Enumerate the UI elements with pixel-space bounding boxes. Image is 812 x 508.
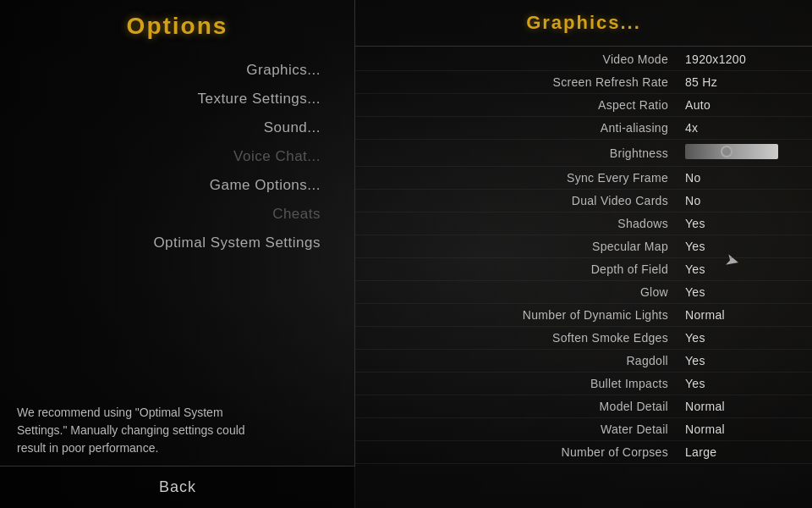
setting-row[interactable]: Video Mode1920x1200 <box>355 48 812 71</box>
left-panel: Options Graphics...Texture Settings...So… <box>0 0 355 508</box>
nav-item-graphics[interactable]: Graphics... <box>0 57 329 84</box>
settings-list: Video Mode1920x1200Screen Refresh Rate85… <box>355 47 812 508</box>
setting-row[interactable]: Model DetailNormal <box>355 395 812 418</box>
setting-label: Anti-aliasing <box>364 121 685 135</box>
nav-menu: Graphics...Texture Settings...Sound...Vo… <box>0 57 354 257</box>
setting-label: Ragdoll <box>364 354 685 367</box>
setting-label: Soften Smoke Edges <box>364 331 685 345</box>
setting-row[interactable]: Sync Every FrameNo <box>355 167 812 190</box>
nav-item-game[interactable]: Game Options... <box>0 172 329 199</box>
setting-value: Yes <box>685 285 795 299</box>
panel-title: Graphics... <box>355 0 812 47</box>
setting-row[interactable]: ShadowsYes <box>355 213 812 235</box>
setting-row[interactable]: Dual Video CardsNo <box>355 190 812 213</box>
setting-label: Bullet Impacts <box>364 377 685 390</box>
setting-label: Number of Corpses <box>364 445 685 459</box>
right-panel: Graphics... Video Mode1920x1200Screen Re… <box>355 0 812 508</box>
nav-item-cheats: Cheats <box>0 201 329 228</box>
setting-value <box>685 144 795 162</box>
setting-value: Normal <box>685 308 795 322</box>
setting-value: Yes <box>685 331 795 345</box>
setting-label: Number of Dynamic Lights <box>364 308 685 322</box>
setting-label: Water Detail <box>364 422 685 436</box>
setting-value: Auto <box>685 98 795 112</box>
setting-value: No <box>685 171 795 185</box>
nav-item-texture[interactable]: Texture Settings... <box>0 86 329 113</box>
setting-value: Yes <box>685 377 795 390</box>
setting-row[interactable]: RagdollYes <box>355 350 812 373</box>
options-title: Options <box>0 13 354 40</box>
setting-value: Yes <box>685 240 795 253</box>
setting-label: Brightness <box>364 146 685 160</box>
setting-value: 4x <box>685 121 795 135</box>
setting-row[interactable]: Depth of FieldYes <box>355 258 812 281</box>
setting-value: Normal <box>685 400 795 413</box>
setting-label: Specular Map <box>364 240 685 253</box>
setting-label: Screen Refresh Rate <box>364 75 685 89</box>
nav-item-optimal[interactable]: Optimal System Settings <box>0 229 329 257</box>
setting-row[interactable]: Anti-aliasing4x <box>355 117 812 140</box>
setting-row[interactable]: Number of Dynamic LightsNormal <box>355 304 812 327</box>
nav-item-sound[interactable]: Sound... <box>0 114 329 141</box>
setting-label: Model Detail <box>364 400 685 413</box>
setting-value: Large <box>685 445 795 459</box>
setting-row[interactable]: Screen Refresh Rate85 Hz <box>355 71 812 94</box>
setting-value: Yes <box>685 217 795 230</box>
brightness-thumb <box>721 146 732 157</box>
back-button[interactable]: Back <box>159 478 196 496</box>
setting-row[interactable]: Water DetailNormal <box>355 418 812 441</box>
setting-row[interactable]: Soften Smoke EdgesYes <box>355 327 812 350</box>
setting-row[interactable]: Number of CorpsesLarge <box>355 441 812 464</box>
setting-label: Shadows <box>364 217 685 230</box>
setting-row[interactable]: Aspect RatioAuto <box>355 94 812 117</box>
setting-value: No <box>685 194 795 207</box>
setting-value: 1920x1200 <box>685 52 795 66</box>
setting-value: 85 Hz <box>685 75 795 89</box>
setting-label: Video Mode <box>364 52 685 66</box>
nav-item-voice: Voice Chat... <box>0 143 329 170</box>
setting-row[interactable]: Brightness <box>355 140 812 167</box>
setting-label: Depth of Field <box>364 262 685 276</box>
setting-label: Sync Every Frame <box>364 171 685 185</box>
setting-label: Glow <box>364 285 685 299</box>
setting-value: Yes <box>685 354 795 367</box>
setting-label: Aspect Ratio <box>364 98 685 112</box>
setting-value: Normal <box>685 422 795 436</box>
brightness-slider[interactable] <box>685 144 778 159</box>
setting-row[interactable]: GlowYes <box>355 281 812 304</box>
setting-row[interactable]: Bullet ImpactsYes <box>355 373 812 395</box>
back-button-container: Back <box>0 466 355 508</box>
setting-label: Dual Video Cards <box>364 194 685 207</box>
setting-value: Yes <box>685 262 795 276</box>
setting-row[interactable]: Specular MapYes <box>355 235 812 258</box>
recommend-text: We recommend using "Optimal System Setti… <box>17 404 271 457</box>
